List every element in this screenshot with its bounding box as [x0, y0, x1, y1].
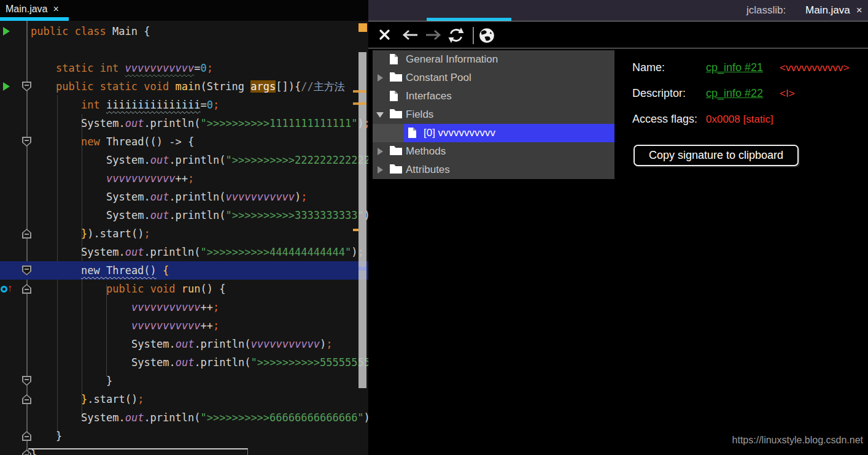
tree-item-methods[interactable]: Methods [373, 142, 614, 161]
code-token: out [125, 411, 144, 424]
code-token: main [175, 80, 200, 93]
code-line[interactable]: System.out.println(vvvvvvvvvvv); [131, 335, 333, 353]
code-line[interactable]: } [56, 427, 62, 445]
tree-item-label: Methods [406, 145, 446, 158]
folder-icon [389, 164, 403, 177]
code-line[interactable]: }.start(); [81, 390, 144, 408]
tab-close-icon[interactable]: × [856, 4, 862, 16]
fold-close-gutter-icon[interactable] [22, 229, 31, 239]
code-token: System. [106, 154, 150, 166]
copy-signature-button[interactable]: Copy signature to clipboard [634, 145, 799, 166]
code-token: .println( [169, 191, 225, 203]
chevron-right-icon[interactable] [378, 74, 383, 82]
tab-title: Main.java [805, 4, 850, 16]
fold-close-gutter-icon[interactable] [22, 431, 31, 441]
code-token: vvvvvvvvvvv [131, 319, 201, 332]
code-line[interactable]: System.out.println(vvvvvvvvvvv); [106, 188, 308, 206]
code-token: .println( [144, 117, 200, 129]
code-line[interactable]: System.out.println(">>>>>>>>>>6666666666… [81, 408, 368, 427]
fold-open-gutter-icon[interactable] [22, 137, 31, 147]
tree-item-constant-pool[interactable]: Constant Pool [373, 69, 614, 87]
code-token: ; [138, 393, 144, 405]
forward-arrow-icon[interactable] [424, 29, 444, 44]
code-line[interactable]: new Thread() { [81, 261, 169, 280]
code-line[interactable]: static int vvvvvvvvvvv=0; [56, 59, 213, 77]
code-token: Main { [112, 25, 150, 37]
caret-position-mark [358, 267, 366, 270]
code-line[interactable]: public void run() { [106, 280, 226, 298]
code-token: out [150, 191, 169, 203]
code-line[interactable]: System.out.println(">>>>>>>>>>4444444444… [81, 243, 364, 261]
code-token: ; [144, 228, 150, 240]
chevron-down-icon[interactable] [376, 112, 384, 118]
current-line-highlight [0, 261, 368, 280]
code-token: static int [56, 62, 125, 74]
chevron-right-icon[interactable] [378, 166, 383, 174]
code-token: out [150, 154, 169, 166]
tree-row-gutter [373, 124, 404, 142]
code-token: out [125, 117, 144, 129]
code-token: public void [106, 283, 182, 295]
code-line[interactable]: System.out.println(">>>>>>>>>>5555555555… [131, 353, 368, 372]
error-stripe-mark[interactable] [353, 102, 366, 105]
divider-line [368, 21, 868, 21]
code-line[interactable]: new Thread(() -> { [81, 132, 194, 151]
globe-icon[interactable] [479, 28, 495, 46]
code-line[interactable]: vvvvvvvvvvv++; [106, 169, 194, 188]
chevron-right-icon[interactable] [378, 148, 383, 155]
refresh-icon[interactable] [448, 27, 465, 46]
code-token: ">>>>>>>>>>555555555555" [251, 356, 369, 369]
code-line[interactable]: System.out.println(">>>>>>>>>>1111111111… [81, 114, 368, 132]
close-icon[interactable] [379, 29, 390, 43]
fold-close-gutter-icon[interactable] [22, 284, 31, 294]
jclasslib-tab-main-java[interactable]: Main.java× [805, 4, 862, 17]
folder-icon [389, 109, 403, 121]
fold-open-gutter-icon[interactable] [22, 82, 31, 91]
tree-item-fields[interactable]: Fields [373, 105, 614, 124]
fold-open-gutter-icon[interactable] [22, 266, 31, 275]
error-stripe-file-status [358, 23, 367, 32]
error-stripe-mark[interactable] [353, 90, 366, 93]
code-line[interactable]: vvvvvvvvvvv++; [131, 298, 219, 316]
tree-item-general-information[interactable]: General Information [373, 50, 614, 69]
code-line[interactable]: vvvvvvvvvvv++; [131, 316, 219, 335]
code-token: vvvvvvvvvvv [226, 191, 295, 203]
code-line[interactable]: public class Main { [31, 22, 150, 40]
code-token: 0 [200, 62, 206, 74]
code-line[interactable]: int iiiiiiiiiiiiiii=0; [81, 96, 219, 114]
code-token: ; [213, 319, 219, 332]
tree-item-attributes[interactable]: Attributes [373, 161, 614, 179]
run-gutter-icon[interactable] [3, 82, 10, 91]
code-token: System. [106, 191, 150, 203]
fold-close-gutter-icon[interactable] [22, 394, 31, 404]
override-marker-icon[interactable] [1, 286, 7, 292]
code-token: } [106, 375, 112, 387]
code-token: ++ [176, 172, 188, 185]
back-arrow-icon[interactable] [400, 29, 419, 44]
code-editing-area[interactable]: public class Main {static int vvvvvvvvvv… [0, 21, 368, 455]
code-token: ; [188, 172, 194, 185]
code-line[interactable]: }).start(); [81, 224, 150, 243]
watermark-url: https://linuxstyle.blog.csdn.net [732, 435, 863, 446]
code-line[interactable]: System.out.println(">>>>>>>>>>2222222222… [106, 151, 368, 169]
code-token: // [301, 80, 313, 93]
constant-pool-link-descriptor[interactable]: cp_info #22 [706, 87, 763, 100]
code-line[interactable]: } [106, 372, 112, 390]
constant-pool-link-name[interactable]: cp_info #21 [706, 61, 763, 74]
error-stripe-mark[interactable] [353, 229, 358, 231]
code-line[interactable]: public static void main(String args[]){/… [56, 77, 345, 96]
fold-open-gutter-icon[interactable] [22, 376, 31, 386]
run-gutter-icon[interactable] [3, 27, 10, 36]
code-token: System. [81, 117, 125, 129]
field-name-value: <vvvvvvvvvvv> [780, 62, 849, 74]
tab-close-icon[interactable]: × [53, 4, 58, 14]
code-token: ).start() [87, 228, 144, 240]
code-line[interactable]: System.out.println(">>>>>>>>>>3333333333… [106, 206, 368, 224]
tree-item-label: Constant Pool [406, 72, 471, 84]
tree-item-0-vvvvvvvvvvv[interactable]: [0] vvvvvvvvvvv [373, 124, 614, 142]
code-token: = [194, 62, 200, 74]
code-token: out [176, 338, 195, 350]
code-token: System. [106, 209, 150, 221]
folder-icon [389, 145, 403, 158]
tree-item-interfaces[interactable]: Interfaces [373, 87, 614, 105]
